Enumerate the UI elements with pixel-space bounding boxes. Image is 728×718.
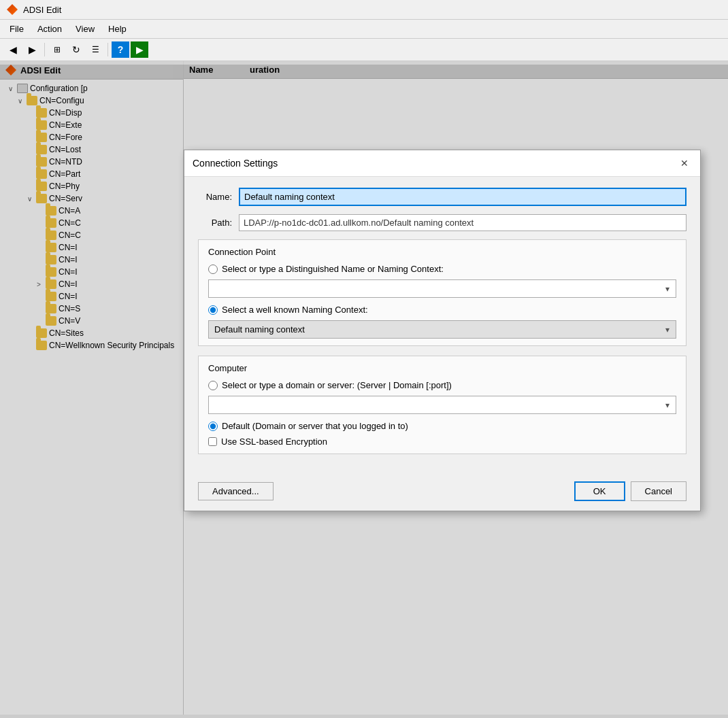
comp-select-wrapper (208, 396, 676, 414)
ok-button[interactable]: OK (574, 481, 625, 501)
comp-option2-row: Default (Domain or server that you logge… (208, 421, 676, 431)
dialog-title: Connection Settings (193, 158, 278, 169)
ssl-checkbox[interactable] (208, 437, 217, 446)
dialog-title-bar: Connection Settings ✕ (184, 150, 700, 177)
path-input[interactable] (239, 214, 686, 231)
cp-option1-label: Select or type a Distinguished Name or N… (222, 264, 444, 274)
cp-radio-2[interactable] (208, 305, 218, 315)
menu-file[interactable]: File (4, 22, 29, 36)
comp-option1-label: Select or type a domain or server: (Serv… (222, 380, 452, 390)
cp-option2-row: Select a well known Naming Context: (208, 305, 676, 315)
refresh-button[interactable]: ↻ (67, 41, 85, 58)
computer-section-title: Computer (208, 363, 676, 373)
menu-help[interactable]: Help (103, 22, 132, 36)
name-label: Name: (198, 192, 232, 202)
dialog-close-button[interactable]: ✕ (677, 156, 692, 171)
menu-view[interactable]: View (70, 22, 100, 36)
cp-select-wrapper-2: Default naming context Schema Configurat… (208, 320, 676, 339)
computer-section: Computer Select or type a domain or serv… (198, 356, 686, 454)
help-button[interactable]: ? (112, 41, 129, 58)
cancel-button[interactable]: Cancel (631, 481, 686, 501)
comp-option2-label: Default (Domain or server that you logge… (222, 421, 408, 431)
comp-radio-1[interactable] (208, 381, 218, 390)
dialog-body: Name: Path: Connection Point Select or t… (184, 177, 700, 475)
menu-action[interactable]: Action (32, 22, 67, 36)
toolbar: ◀ ▶ ⊞ ↻ ☰ ? ▶ (0, 39, 728, 61)
connection-point-section: Connection Point Select or type a Distin… (198, 239, 686, 346)
show-object-button[interactable]: ⊞ (48, 41, 66, 58)
path-row: Path: (198, 214, 686, 231)
ssl-row: Use SSL-based Encryption (208, 437, 676, 447)
dialog-footer: Advanced... OK Cancel (184, 475, 700, 511)
comp-option1-row: Select or type a domain or server: (Serv… (208, 380, 676, 390)
path-label: Path: (198, 218, 232, 228)
cp-select-2[interactable]: Default naming context Schema Configurat… (208, 320, 676, 339)
comp-radio-2[interactable] (208, 422, 218, 431)
dialog-footer-right: OK Cancel (574, 481, 686, 501)
back-button[interactable]: ◀ (4, 41, 22, 58)
adsi-title-icon (7, 4, 18, 15)
properties-button[interactable]: ☰ (86, 41, 104, 58)
cp-select-1[interactable] (208, 279, 676, 298)
title-bar: ADSI Edit (0, 0, 728, 20)
ssl-label: Use SSL-based Encryption (221, 437, 327, 447)
advanced-button[interactable]: Advanced... (198, 482, 274, 500)
name-input[interactable] (239, 188, 686, 206)
cp-radio-1[interactable] (208, 264, 218, 274)
menu-bar: File Action View Help (0, 20, 728, 39)
run-button[interactable]: ▶ (131, 41, 148, 58)
cp-option2-label: Select a well known Naming Context: (222, 305, 368, 315)
forward-button[interactable]: ▶ (23, 41, 41, 58)
connection-point-title: Connection Point (208, 247, 676, 257)
cp-select-wrapper-1 (208, 279, 676, 298)
toolbar-sep-2 (107, 43, 108, 56)
comp-select[interactable] (208, 396, 676, 414)
toolbar-sep-1 (44, 43, 45, 56)
title-bar-text: ADSI Edit (23, 5, 61, 15)
name-row: Name: (198, 188, 686, 206)
cp-option1-row: Select or type a Distinguished Name or N… (208, 264, 676, 274)
connection-settings-dialog: Connection Settings ✕ Name: Path: Connec… (184, 150, 701, 511)
